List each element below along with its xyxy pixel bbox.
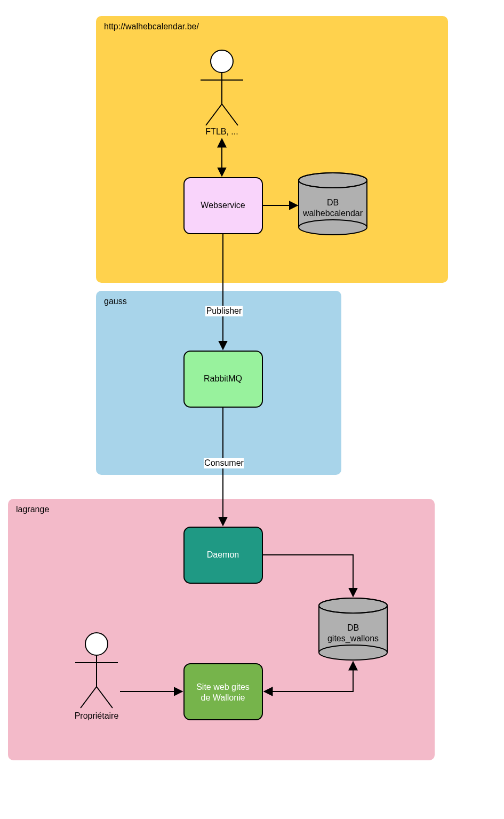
container-top-title: http://walhebcalendar.be/ [104,22,199,31]
container-top [96,16,448,283]
edge-publisher-label: Publisher [206,306,242,315]
node-db-gites-l1: DB [347,623,359,632]
container-bottom-title: lagrange [16,505,49,514]
svg-point-17 [85,633,108,655]
svg-point-0 [211,50,233,73]
svg-point-9 [299,220,367,235]
actor-ftlb-label: FTLB, ... [205,127,238,136]
node-siteweb [184,664,262,720]
actor-proprietaire-label: Propriétaire [75,711,119,720]
node-db-gites-l2: gites_wallons [327,634,379,643]
node-siteweb-l2: de Wallonie [201,693,245,702]
edge-consumer-label: Consumer [204,458,244,467]
node-rabbitmq-label: RabbitMQ [204,374,242,383]
node-db-gites: DB gites_wallons [319,598,387,660]
architecture-diagram: http://walhebcalendar.be/ gauss lagrange… [0,0,504,819]
node-db-walheb-l1: DB [327,198,339,207]
node-db-walheb-l2: walhebcalendar [302,209,363,218]
node-webservice-label: Webservice [201,201,245,210]
svg-point-15 [319,645,387,660]
node-daemon-label: Daemon [207,550,239,559]
node-db-walheb: DB walhebcalendar [299,173,367,235]
node-siteweb-l1: Site web gites [196,682,250,691]
container-mid-title: gauss [104,297,127,306]
